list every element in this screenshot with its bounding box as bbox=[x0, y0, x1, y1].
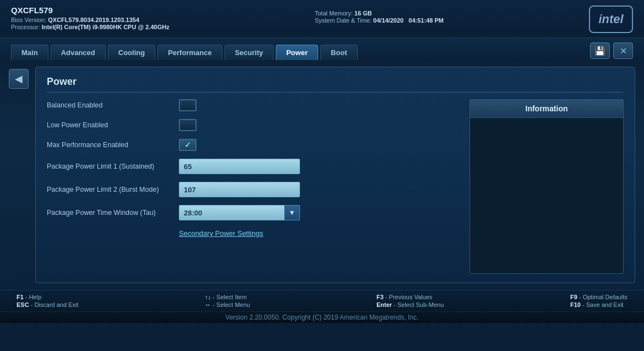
ppl1-input[interactable] bbox=[179, 159, 300, 174]
footer-wrapper: F1 - Help ESC - Discard and Exit ↑↓ - Se… bbox=[0, 290, 644, 323]
tau-control: ▼ bbox=[179, 205, 461, 220]
main-content: ◀ Power Balanced Enabled Low Power Enabl… bbox=[0, 60, 644, 290]
tab-power[interactable]: Power bbox=[276, 45, 318, 60]
tau-dropdown: ▼ bbox=[179, 205, 300, 220]
processor-row: Processor: Intel(R) Core(TM) i9-9980HK C… bbox=[11, 24, 170, 30]
nav-tabs: Main Advanced Cooling Performance Securi… bbox=[11, 45, 358, 60]
memory-label: Total Memory: bbox=[315, 10, 353, 17]
maxperf-checkbox[interactable]: ✓ bbox=[179, 139, 197, 151]
tau-dropdown-arrow[interactable]: ▼ bbox=[285, 205, 300, 220]
date-value: 04/14/2020 bbox=[373, 17, 403, 24]
info-panel-content bbox=[470, 118, 623, 273]
tab-cooling[interactable]: Cooling bbox=[108, 45, 155, 60]
setting-row-ppl2: Package Power Limit 2 (Burst Mode) bbox=[47, 182, 461, 197]
setting-row-balanced: Balanced Enabled bbox=[47, 99, 461, 111]
memory-row: Total Memory: 16 GB bbox=[315, 10, 372, 17]
ppl1-label: Package Power Limit 1 (Sustained) bbox=[47, 163, 179, 170]
bios-version-value: QXCFL579.8034.2019.1203.1354 bbox=[48, 17, 139, 23]
tab-main[interactable]: Main bbox=[11, 45, 48, 60]
lowpower-control bbox=[179, 119, 461, 131]
f3-desc: - Previous Values bbox=[385, 294, 432, 300]
secondary-control: Secondary Power Settings bbox=[179, 228, 461, 238]
save-button[interactable]: 💾 bbox=[590, 42, 610, 59]
content-panel: Power Balanced Enabled Low Power Enabled bbox=[35, 67, 635, 283]
lowpower-label: Low Power Enabled bbox=[47, 121, 179, 129]
enter-key: Enter bbox=[376, 301, 392, 308]
nav-actions: 💾 ✕ bbox=[590, 42, 633, 59]
tab-performance[interactable]: Performance bbox=[157, 45, 222, 60]
header-right: intel bbox=[589, 6, 633, 33]
chevron-down-icon: ▼ bbox=[289, 209, 296, 217]
intel-logo-text: intel bbox=[598, 12, 623, 26]
ppl1-control bbox=[179, 159, 461, 174]
f1-desc: - Help bbox=[25, 294, 41, 300]
processor-value: Intel(R) Core(TM) i9-9980HK CPU @ 2.40GH… bbox=[42, 24, 170, 30]
enter-desc: - Select Sub-Menu bbox=[394, 301, 444, 308]
close-button[interactable]: ✕ bbox=[613, 42, 633, 59]
memory-value: 16 GB bbox=[354, 10, 372, 17]
ppl2-input[interactable] bbox=[179, 182, 300, 197]
tab-boot[interactable]: Boot bbox=[320, 45, 358, 60]
esc-desc: - Discard and Exit bbox=[31, 301, 79, 308]
footer-keys-center-right: F3 - Previous Values Enter - Select Sub-… bbox=[376, 294, 444, 308]
tab-security[interactable]: Security bbox=[225, 45, 274, 60]
selectmenu-key: ↔ bbox=[205, 301, 211, 308]
balanced-checkbox[interactable] bbox=[179, 99, 197, 111]
settings-area: Balanced Enabled Low Power Enabled Max P… bbox=[47, 99, 624, 274]
f1-key: F1 bbox=[17, 294, 24, 300]
bios-version-row: Bios Version: QXCFL579.8034.2019.1203.13… bbox=[11, 17, 170, 23]
tab-advanced[interactable]: Advanced bbox=[51, 45, 106, 60]
save-icon: 💾 bbox=[594, 46, 605, 56]
selectmenu-desc: - Select Menu bbox=[212, 301, 250, 308]
footer-key-selectitem: ↑↓ - Select Item bbox=[205, 294, 250, 300]
time-value: 04:51:48 PM bbox=[408, 17, 444, 24]
f9-key: F9 bbox=[570, 294, 577, 300]
f10-key: F10 bbox=[570, 301, 581, 308]
tau-label: Package Power Time Window (Tau) bbox=[47, 209, 179, 217]
footer: F1 - Help ESC - Discard and Exit ↑↓ - Se… bbox=[0, 290, 644, 311]
ppl2-control bbox=[179, 182, 461, 197]
bios-version-label: Bios Version: bbox=[11, 17, 46, 23]
esc-key: ESC bbox=[17, 301, 29, 308]
header-left: QXCFL579 Bios Version: QXCFL579.8034.201… bbox=[11, 6, 170, 31]
settings-list: Balanced Enabled Low Power Enabled Max P… bbox=[47, 99, 461, 274]
header-center: Total Memory: 16 GB System Date & Time: … bbox=[315, 10, 444, 24]
balanced-label: Balanced Enabled bbox=[47, 101, 179, 109]
maxperf-control: ✓ bbox=[179, 139, 461, 151]
nav-bar: Main Advanced Cooling Performance Securi… bbox=[0, 38, 644, 60]
setting-row-maxperf: Max Performance Enabled ✓ bbox=[47, 139, 461, 151]
datetime-row: System Date & Time: 04/14/2020 04:51:48 … bbox=[315, 17, 444, 24]
back-button[interactable]: ◀ bbox=[9, 69, 29, 89]
footer-key-enter: Enter - Select Sub-Menu bbox=[376, 301, 444, 308]
f3-key: F3 bbox=[376, 294, 384, 300]
intel-logo: intel bbox=[589, 6, 633, 33]
info-panel: Information bbox=[470, 99, 624, 274]
maxperf-label: Max Performance Enabled bbox=[47, 141, 179, 149]
setting-row-tau: Package Power Time Window (Tau) ▼ bbox=[47, 205, 461, 220]
footer-key-selectmenu: ↔ - Select Menu bbox=[205, 301, 250, 308]
footer-keys-center-left: ↑↓ - Select Item ↔ - Select Menu bbox=[205, 294, 250, 308]
setting-row-lowpower: Low Power Enabled bbox=[47, 119, 461, 131]
processor-label: Processor: bbox=[11, 24, 40, 30]
setting-row-ppl1: Package Power Limit 1 (Sustained) bbox=[47, 159, 461, 174]
bios-model: QXCFL579 bbox=[11, 6, 170, 15]
panel-title: Power bbox=[47, 76, 624, 93]
lowpower-checkbox[interactable] bbox=[179, 119, 197, 131]
footer-key-esc: ESC - Discard and Exit bbox=[17, 301, 79, 308]
back-icon: ◀ bbox=[15, 73, 23, 85]
tau-input[interactable] bbox=[179, 205, 285, 220]
datetime-label: System Date & Time: bbox=[315, 17, 372, 24]
checkmark-icon: ✓ bbox=[184, 141, 191, 149]
selectitem-key: ↑↓ bbox=[205, 294, 211, 300]
footer-copyright: Version 2.20.0050. Copyright (C) 2019 Am… bbox=[0, 311, 644, 323]
f9-desc: - Optimal Defaults bbox=[579, 294, 627, 300]
balanced-control bbox=[179, 99, 461, 111]
ppl2-label: Package Power Limit 2 (Burst Mode) bbox=[47, 186, 179, 193]
header: QXCFL579 Bios Version: QXCFL579.8034.201… bbox=[0, 0, 644, 38]
footer-key-f3: F3 - Previous Values bbox=[376, 294, 444, 300]
footer-key-f9: F9 - Optimal Defaults bbox=[570, 294, 627, 300]
setting-row-secondary: Secondary Power Settings bbox=[47, 228, 461, 238]
f10-desc: - Save and Exit bbox=[582, 301, 624, 308]
secondary-power-link[interactable]: Secondary Power Settings bbox=[179, 229, 263, 237]
info-panel-title: Information bbox=[470, 100, 623, 118]
